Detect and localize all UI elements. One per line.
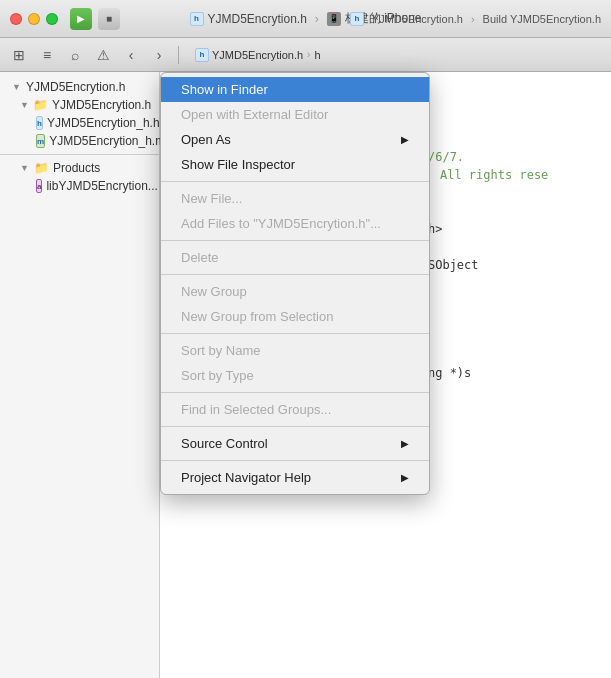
- sidebar-header-label: YJMD5Encrytion_h.h: [47, 116, 160, 130]
- nav-forward-button[interactable]: ›: [148, 44, 170, 66]
- menu-item-label: New Group: [181, 284, 247, 299]
- build-label: Build YJMD5Encrytion.h: [483, 13, 601, 25]
- warning-button[interactable]: ⚠: [92, 44, 114, 66]
- menu-item-label: Sort by Name: [181, 343, 260, 358]
- source-file-icon: m: [36, 134, 45, 148]
- menu-item-label: Open with External Editor: [181, 107, 328, 122]
- menu-item-sort-by-name: Sort by Name: [161, 338, 429, 363]
- submenu-arrow-icon: ▶: [401, 438, 409, 449]
- menu-item-delete: Delete: [161, 245, 429, 270]
- sidebar-item-source[interactable]: m YJMD5Encrytion_h.m M: [0, 132, 159, 150]
- menu-item-label: Show File Inspector: [181, 157, 295, 172]
- menu-separator: [161, 426, 429, 427]
- menu-item-show-file-inspector[interactable]: Show File Inspector: [161, 152, 429, 177]
- header-file-icon-h: h: [36, 116, 43, 130]
- sidebar-item-products[interactable]: ▼ 📁 Products: [0, 159, 159, 177]
- menu-item-project-navigator-help[interactable]: Project Navigator Help▶: [161, 465, 429, 490]
- menu-item-label: New Group from Selection: [181, 309, 333, 324]
- sidebar-item-lib[interactable]: a libYJMD5Encrytion...: [0, 177, 159, 195]
- maximize-button[interactable]: [46, 13, 58, 25]
- menu-item-new-file-: New File...: [161, 186, 429, 211]
- nav-back-button[interactable]: ‹: [120, 44, 142, 66]
- sidebar-item-folder1[interactable]: ▼ 📁 YJMD5Encrytion.h: [0, 96, 159, 114]
- play-button[interactable]: ▶: [70, 8, 92, 30]
- file-indicator: h YJMD5Encrytion.h: [189, 12, 306, 26]
- menu-separator: [161, 181, 429, 182]
- sidebar-toggle-button[interactable]: ⊞: [8, 44, 30, 66]
- menu-item-new-group-from-selection: New Group from Selection: [161, 304, 429, 329]
- window-controls: [10, 13, 58, 25]
- menu-separator: [161, 460, 429, 461]
- search-button[interactable]: ⌕: [64, 44, 86, 66]
- tree-arrow-products: ▼: [20, 163, 30, 173]
- submenu-arrow-icon: ▶: [401, 472, 409, 483]
- breadcrumb-separator: ›: [307, 49, 310, 60]
- menu-item-label: Find in Selected Groups...: [181, 402, 331, 417]
- sidebar-divider: [0, 154, 159, 155]
- list-view-button[interactable]: ≡: [36, 44, 58, 66]
- lib-file-icon: a: [36, 179, 42, 193]
- breadcrumb-label-1: YJMD5Encrytion.h: [212, 49, 303, 61]
- menu-item-label: Source Control: [181, 436, 268, 451]
- menu-separator: [161, 240, 429, 241]
- breadcrumb-item-1[interactable]: h YJMD5Encrytion.h: [195, 48, 303, 62]
- sidebar-item-root[interactable]: ▼ YJMD5Encrytion.h: [0, 78, 159, 96]
- sidebar-root-label: YJMD5Encrytion.h: [26, 80, 125, 94]
- sidebar-lib-label: libYJMD5Encrytion...: [46, 179, 157, 193]
- menu-item-open-with-external-editor: Open with External Editor: [161, 102, 429, 127]
- menu-item-label: Add Files to "YJMD5Encrytion.h"...: [181, 216, 381, 231]
- menu-separator: [161, 333, 429, 334]
- breadcrumb-file-icon: h: [195, 48, 209, 62]
- menu-item-sort-by-type: Sort by Type: [161, 363, 429, 388]
- menu-item-new-group: New Group: [161, 279, 429, 304]
- breadcrumb: h YJMD5Encrytion.h › h: [195, 48, 321, 62]
- menu-item-label: New File...: [181, 191, 242, 206]
- context-menu: Show in FinderOpen with External EditorO…: [160, 72, 430, 495]
- right-file-name: YJMD5Encrytion.h: [372, 13, 463, 25]
- menu-item-open-as[interactable]: Open As▶: [161, 127, 429, 152]
- sidebar-source-label: YJMD5Encrytion_h.m: [49, 134, 165, 148]
- iphone-icon: 📱: [327, 12, 341, 26]
- sidebar-item-header[interactable]: h YJMD5Encrytion_h.h M: [0, 114, 159, 132]
- menu-item-source-control[interactable]: Source Control▶: [161, 431, 429, 456]
- breadcrumb-label-2: h: [314, 49, 320, 61]
- secondary-toolbar: ⊞ ≡ ⌕ ⚠ ‹ › h YJMD5Encrytion.h › h: [0, 38, 611, 72]
- menu-item-label: Show in Finder: [181, 82, 268, 97]
- file-icon: h: [189, 12, 203, 26]
- menu-item-add-files-to-yjmd5encrytion-h-: Add Files to "YJMD5Encrytion.h"...: [161, 211, 429, 236]
- menu-item-label: Delete: [181, 250, 219, 265]
- minimize-button[interactable]: [28, 13, 40, 25]
- menu-separator: [161, 392, 429, 393]
- titlebar-right: h YJMD5Encrytion.h › Build YJMD5Encrytio…: [350, 12, 601, 26]
- sidebar: ▼ YJMD5Encrytion.h ▼ 📁 YJMD5Encrytion.h …: [0, 72, 160, 678]
- sidebar-folder1-label: YJMD5Encrytion.h: [52, 98, 151, 112]
- tree-arrow-folder1: ▼: [20, 100, 29, 110]
- submenu-arrow-icon: ▶: [401, 134, 409, 145]
- stop-button[interactable]: ■: [98, 8, 120, 30]
- right-file-icon: h: [350, 12, 364, 26]
- menu-item-show-in-finder[interactable]: Show in Finder: [161, 77, 429, 102]
- menu-item-find-in-selected-groups-: Find in Selected Groups...: [161, 397, 429, 422]
- toolbar-separator: [178, 46, 179, 64]
- menu-item-label: Sort by Type: [181, 368, 254, 383]
- breadcrumb-item-2[interactable]: h: [314, 49, 320, 61]
- sidebar-products-label: Products: [53, 161, 100, 175]
- menu-item-label: Open As: [181, 132, 231, 147]
- menu-separator: [161, 274, 429, 275]
- menu-item-label: Project Navigator Help: [181, 470, 311, 485]
- tree-arrow-root: ▼: [12, 82, 22, 92]
- folder-icon-1: 📁: [33, 98, 48, 112]
- folder-icon-products: 📁: [34, 161, 49, 175]
- titlebar: ▶ ■ h YJMD5Encrytion.h › 📱 杨建的 iPhone h …: [0, 0, 611, 38]
- close-button[interactable]: [10, 13, 22, 25]
- file-title: YJMD5Encrytion.h: [207, 12, 306, 26]
